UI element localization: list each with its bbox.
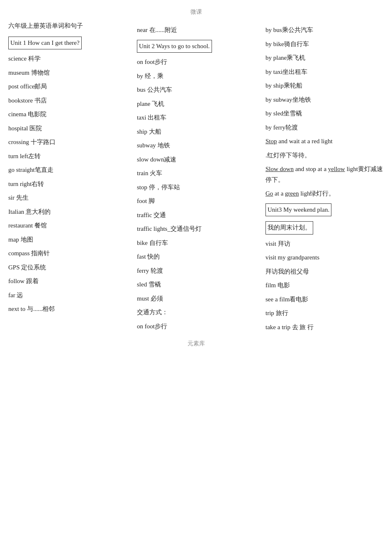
slow-down-item: slow down减速 (136, 153, 258, 167)
taxi-item: taxi 出租车 (136, 111, 258, 125)
map-item: map 地图 (7, 233, 129, 247)
unit1-label: Unit 1 How can I get there? (8, 37, 82, 50)
must-item: must 必须 (136, 292, 258, 306)
by-ferry-item: by ferry轮渡 (265, 121, 387, 135)
sir-item: sir 先生 (7, 191, 129, 205)
go-rest: at a (273, 190, 285, 197)
take-trip-item: take a trip 去 旅 行 (265, 320, 387, 335)
column-2: near 在......附近 Unit 2 Ways to go to scho… (133, 17, 261, 336)
on-foot-item: on foot步行 (136, 55, 258, 69)
bike-item: bike 自行车 (136, 236, 258, 250)
plane-item: plane 飞机 (136, 97, 258, 111)
weekend-label: 我的周末计划。 (265, 221, 313, 235)
restaurant-item: restaurant 餐馆 (7, 219, 129, 233)
go-sentence: Go at a green ligh绿灯行。 (265, 187, 387, 201)
unit1-box: Unit 1 How can I get there? (7, 34, 129, 52)
weekend-box: 我的周末计划。 (265, 219, 387, 237)
film-item: film 电影 (265, 279, 387, 293)
red-light-note: .红灯停下等待。 (265, 149, 387, 163)
by-bike-item: by bike骑自行车 (265, 37, 387, 51)
column-3: by bus乘公共汽车 by bike骑自行车 by plane乘飞机 by t… (261, 17, 390, 336)
slow-down-underline: Slow down (265, 166, 294, 172)
bottom-note: 元素库 (4, 340, 388, 347)
bookstore-item: bookstore 书店 (7, 94, 129, 108)
visit-grandparents-cn: 拜访我的祖父母 (265, 265, 387, 279)
subway-item: subway 地铁 (136, 139, 258, 153)
by-plane-item: by plane乘飞机 (265, 51, 387, 65)
green-underline: green (285, 190, 299, 197)
italian-item: Italian 意大利的 (7, 205, 129, 219)
cinema-item: cinema 电影院 (7, 108, 129, 122)
stop-rest: and wait at a red light (277, 138, 333, 144)
col1-header: 六年级上册英语单词和句子 (7, 19, 129, 33)
see-film-item: see a film看电影 (265, 293, 387, 307)
crossing-item: crossing 十字路口 (7, 135, 129, 149)
go-straight-item: go straight笔直走 (7, 163, 129, 177)
on-foot2-item: on foot步行 (136, 320, 258, 334)
train-item: train 火车 (136, 166, 258, 181)
by-ship-item: by ship乘轮船 (265, 79, 387, 93)
follow-item: follow 跟着 (7, 274, 129, 289)
by-subway-item: by subway坐地铁 (265, 93, 387, 107)
unit2-label: Unit 2 Ways to go to school. (137, 40, 212, 53)
bus-item: bus 公共汽车 (136, 83, 258, 97)
museum-item: museum 博物馆 (7, 66, 129, 80)
sled-item: sled 雪橇 (136, 278, 258, 292)
go-end: ligh绿灯行。 (299, 190, 335, 197)
stop-sentence: Stop and wait at a red light (265, 134, 387, 149)
transport-ways-item: 交通方式： (136, 306, 258, 320)
visit-grandparents-item: visit my grandparents (265, 251, 387, 265)
gps-item: GPS 定位系统 (7, 261, 129, 275)
turn-right-item: turn right右转 (7, 177, 129, 191)
by-taxi-item: by taxi坐出租车 (265, 65, 387, 79)
fast-item: fast 快的 (136, 250, 258, 264)
unit3-box: Unit3 My weekend plan. (265, 201, 387, 219)
unit2-box: Unit 2 Ways to go to school. (136, 37, 258, 56)
by-sled-item: by sled坐雪橇 (265, 107, 387, 121)
by-item: by 经，乘 (136, 69, 258, 83)
hospital-item: hospital 医院 (7, 122, 129, 136)
stop-underline: Stop (265, 138, 277, 144)
post-office-item: post office邮局 (7, 80, 129, 94)
ferry-item: ferry 轮渡 (136, 264, 258, 278)
science-item: science 科学 (7, 52, 129, 66)
slow-sentence: Slow down and stop at a yellow light黄灯减速… (265, 162, 387, 187)
far-item: far 远 (7, 289, 129, 303)
traffic-lights-item: traffic lights_交通信号灯 (136, 222, 258, 236)
yellow-underline: yellow (328, 166, 345, 172)
slow-rest: and stop at a (294, 166, 328, 172)
turn-left-item: turn left左转 (7, 149, 129, 164)
trip-item: trip 旅行 (265, 306, 387, 320)
by-bus-item: by bus乘公共汽车 (265, 23, 387, 37)
compass-item: compass 指南针 (7, 247, 129, 261)
column-1: 六年级上册英语单词和句子 Unit 1 How can I get there?… (4, 17, 133, 336)
ship-item: ship 大船 (136, 125, 258, 139)
near-item: near 在......附近 (136, 23, 258, 37)
top-note: 微课 (4, 8, 388, 16)
go-underline: Go (265, 190, 273, 197)
stop-item: stop 停，停车站 (136, 181, 258, 195)
visit-item: visit 拜访 (265, 237, 387, 251)
traffic-item: traffic 交通 (136, 208, 258, 222)
next-to-item: next to 与......相邻 (7, 302, 129, 316)
unit3-label: Unit3 My weekend plan. (265, 203, 331, 217)
foot-item: foot 脚 (136, 194, 258, 208)
